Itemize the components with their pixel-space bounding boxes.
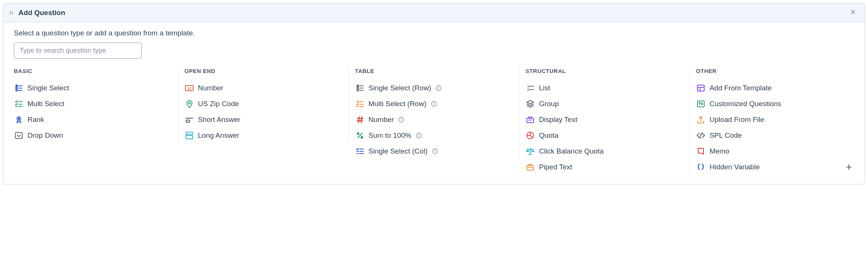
short-answer-icon	[184, 115, 194, 125]
hash-icon	[355, 115, 365, 125]
column-structural: STRUCTURAL 12 List Group	[519, 68, 690, 175]
svg-point-17	[18, 118, 20, 119]
column-title: OTHER	[696, 68, 854, 74]
add-button[interactable]	[844, 162, 854, 173]
column-open-end: OPEN END 12 Number US Zip Code	[178, 68, 349, 143]
info-icon[interactable]	[435, 84, 442, 92]
item-multi-select-row[interactable]: Multi Select (Row)	[355, 96, 513, 112]
svg-rect-75	[697, 85, 704, 91]
svg-point-50	[357, 133, 358, 134]
long-answer-icon	[184, 131, 194, 140]
svg-point-4	[10, 14, 11, 14]
item-click-balance-quota[interactable]: Click Balance Quota	[525, 143, 684, 159]
upload-icon	[696, 115, 706, 125]
item-spl-code[interactable]: SPL Code	[696, 128, 854, 143]
item-number[interactable]: 12 Number	[184, 80, 343, 96]
svg-point-51	[361, 137, 362, 138]
item-multi-select[interactable]: Multi Select	[14, 96, 172, 112]
svg-point-63	[435, 150, 435, 150]
display-text-icon	[525, 115, 535, 125]
item-memo[interactable]: Memo	[696, 143, 854, 159]
item-long-answer[interactable]: Long Answer	[184, 128, 343, 143]
column-title: OPEN END	[184, 68, 343, 74]
template-icon	[696, 83, 706, 93]
svg-point-21	[188, 102, 190, 104]
item-label: Customized Questions	[709, 100, 781, 108]
list-num-icon: 12	[525, 83, 535, 93]
item-label: Drop Down	[27, 131, 63, 140]
svg-rect-24	[186, 132, 193, 134]
svg-point-10	[16, 90, 17, 91]
item-group[interactable]: Group	[525, 96, 684, 112]
item-label: Multi Select	[27, 100, 64, 108]
item-label: Long Answer	[198, 131, 239, 140]
column-basic: BASIC Single Select Multi Select	[14, 68, 178, 143]
item-single-select[interactable]: Single Select	[14, 80, 172, 96]
svg-rect-18	[15, 132, 22, 138]
item-label: Upload From File	[709, 116, 764, 124]
item-label: List	[539, 84, 550, 92]
info-icon[interactable]	[431, 148, 439, 155]
search-input[interactable]	[14, 43, 142, 59]
column-title: BASIC	[14, 68, 172, 74]
item-label: SPL Code	[709, 131, 742, 140]
svg-point-0	[10, 11, 11, 12]
svg-point-35	[439, 87, 439, 87]
multi-select-row-icon	[355, 99, 365, 109]
item-label: Group	[539, 100, 559, 108]
svg-point-42	[434, 102, 434, 103]
balance-icon	[525, 146, 535, 156]
column-table: TABLE Single Select (Row) Multi Select (…	[349, 68, 520, 159]
close-button[interactable]	[848, 7, 858, 18]
item-label: US Zip Code	[198, 100, 239, 108]
item-label: Memo	[709, 147, 729, 155]
item-label: Hidden Variable	[709, 163, 760, 171]
single-select-row-icon	[355, 83, 365, 93]
item-sum-100[interactable]: Sum to 100%	[355, 128, 513, 143]
code-icon	[696, 131, 706, 140]
memo-icon	[696, 146, 706, 156]
svg-point-8	[16, 87, 17, 89]
customized-icon	[696, 99, 706, 109]
item-add-from-template[interactable]: Add From Template	[696, 80, 854, 96]
svg-point-31	[357, 90, 358, 91]
svg-point-1	[12, 11, 12, 12]
item-display-text[interactable]: Display Text	[525, 112, 684, 128]
question-type-columns: BASIC Single Select Multi Select	[14, 68, 854, 175]
item-list[interactable]: 12 List	[525, 80, 684, 96]
info-icon[interactable]	[415, 132, 423, 139]
item-piped-text[interactable]: Piped Text	[525, 159, 684, 175]
item-upload-from-file[interactable]: Upload From File	[696, 112, 854, 128]
svg-rect-23	[186, 120, 190, 122]
item-number-table[interactable]: Number	[355, 112, 513, 128]
info-icon[interactable]	[398, 116, 405, 123]
info-icon[interactable]	[430, 100, 438, 108]
item-label: Single Select (Row)	[369, 84, 431, 92]
plus-icon	[845, 166, 853, 172]
item-drop-down[interactable]: Drop Down	[14, 128, 172, 143]
item-label: Quota	[539, 131, 558, 140]
svg-point-3	[12, 12, 12, 13]
svg-point-6	[16, 85, 17, 87]
svg-text:12: 12	[188, 87, 191, 90]
number-box-icon: 12	[184, 83, 194, 93]
panel-title: Add Question	[18, 9, 844, 17]
quota-icon	[525, 131, 535, 140]
item-hidden-variable[interactable]: Hidden Variable	[696, 159, 854, 175]
svg-rect-25	[186, 135, 193, 139]
item-zip-code[interactable]: US Zip Code	[184, 96, 343, 112]
item-short-answer[interactable]: Short Answer	[184, 112, 343, 128]
item-single-select-col[interactable]: Single Select (Col)	[355, 143, 513, 159]
svg-line-45	[358, 117, 359, 123]
group-icon	[525, 99, 535, 109]
zip-icon	[184, 99, 194, 109]
svg-text:2: 2	[527, 88, 529, 91]
svg-point-29	[357, 87, 358, 89]
drag-handle-icon[interactable]	[9, 10, 14, 15]
item-customized-questions[interactable]: Customized Questions	[696, 96, 854, 112]
item-rank[interactable]: Rank	[14, 112, 172, 128]
item-quota[interactable]: Quota	[525, 128, 684, 143]
svg-point-2	[10, 12, 11, 13]
item-single-select-row[interactable]: Single Select (Row)	[355, 80, 513, 96]
svg-line-81	[700, 133, 702, 138]
